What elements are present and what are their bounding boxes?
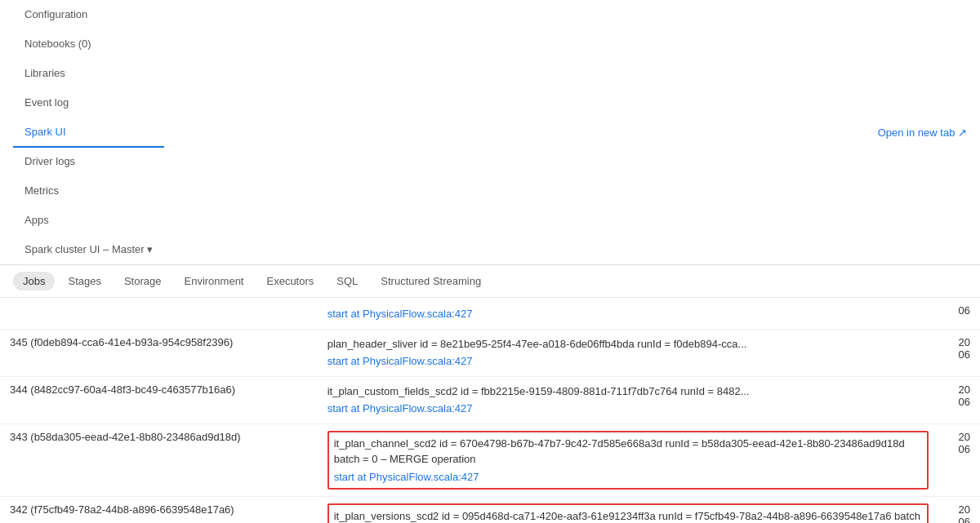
top-nav-tab-libraries[interactable]: Libraries (13, 59, 164, 89)
top-nav-tab-configuration[interactable]: Configuration (13, 0, 164, 30)
table-row: 344 (8482cc97-60a4-48f3-bc49-c463577b16a… (0, 376, 980, 423)
sub-nav: JobsStagesStorageEnvironmentExecutorsSQL… (0, 265, 980, 298)
sub-nav-item-sql[interactable]: SQL (327, 272, 368, 290)
desc-main: it_plan_channel_scd2 id = 670e4798-b67b-… (334, 437, 905, 466)
desc-main: plan_header_sliver id = 8e21be95-25f4-47… (327, 338, 747, 350)
date-cell: 20 06 (938, 376, 980, 423)
job-id-cell: 342 (f75cfb49-78a2-44b8-a896-6639548e17a… (0, 497, 318, 524)
jobs-table: start at PhysicalFlow.scala:427 06 345 (… (0, 298, 980, 523)
sub-nav-item-environment[interactable]: Environment (175, 272, 254, 290)
sub-nav-item-storage[interactable]: Storage (114, 272, 172, 290)
desc-link[interactable]: start at PhysicalFlow.scala:427 (327, 306, 929, 322)
top-nav: ConfigurationNotebooks (0)LibrariesEvent… (0, 0, 980, 265)
table-row: 342 (f75cfb49-78a2-44b8-a896-6639548e17a… (0, 497, 980, 524)
desc-cell: it_plan_versions_scd2 id = 095d468d-ca71… (318, 497, 939, 524)
desc-main: it_plan_versions_scd2 id = 095d468d-ca71… (334, 510, 920, 523)
desc-main: it_plan_custom_fields_scd2 id = fbb2215e… (327, 385, 750, 397)
job-id-cell: 343 (b58da305-eead-42e1-8b80-23486ad9d18… (0, 423, 318, 497)
desc-highlighted-wrapper: it_plan_versions_scd2 id = 095d468d-ca71… (327, 503, 929, 523)
top-nav-tab-sparkui[interactable]: Spark UI (13, 117, 164, 148)
top-nav-tab-eventlog[interactable]: Event log (13, 88, 164, 118)
top-nav-tabs: ConfigurationNotebooks (0)LibrariesEvent… (13, 0, 164, 264)
desc-cell: plan_header_sliver id = 8e21be95-25f4-47… (318, 329, 939, 376)
top-nav-tab-driverlogs[interactable]: Driver logs (13, 147, 164, 177)
open-new-tab-link[interactable]: Open in new tab ↗ (878, 118, 967, 147)
desc-highlighted-wrapper: it_plan_channel_scd2 id = 670e4798-b67b-… (327, 431, 929, 490)
desc-cell: it_plan_channel_scd2 id = 670e4798-b67b-… (318, 423, 939, 497)
table-row: 343 (b58da305-eead-42e1-8b80-23486ad9d18… (0, 423, 980, 497)
job-id-cell: 345 (f0deb894-cca6-41e4-b93a-954c958f239… (0, 329, 318, 376)
sub-nav-item-jobs[interactable]: Jobs (13, 272, 55, 290)
desc-link[interactable]: start at PhysicalFlow.scala:427 (334, 469, 923, 485)
sub-nav-item-structured-streaming[interactable]: Structured Streaming (371, 272, 491, 290)
date-cell: 20 06 (938, 497, 980, 524)
date-cell: 20 06 (938, 423, 980, 497)
jobs-table-container: start at PhysicalFlow.scala:427 06 345 (… (0, 298, 980, 523)
top-nav-tab-apps[interactable]: Apps (13, 206, 164, 236)
top-nav-tab-metrics[interactable]: Metrics (13, 176, 164, 206)
top-nav-tab-sparkcluster[interactable]: Spark cluster UI – Master ▾ (13, 235, 164, 265)
desc-cell: it_plan_custom_fields_scd2 id = fbb2215e… (318, 376, 939, 423)
table-row: start at PhysicalFlow.scala:427 06 (0, 298, 980, 329)
date-cell: 06 (938, 298, 980, 329)
desc-link[interactable]: start at PhysicalFlow.scala:427 (327, 401, 929, 417)
top-nav-right: Open in new tab ↗ (878, 118, 967, 147)
sub-nav-item-executors[interactable]: Executors (256, 272, 323, 290)
job-id-cell: 344 (8482cc97-60a4-48f3-bc49-c463577b16a… (0, 376, 318, 423)
date-cell: 20 06 (938, 329, 980, 376)
top-nav-tab-notebooks[interactable]: Notebooks (0) (13, 29, 164, 60)
desc-cell: start at PhysicalFlow.scala:427 (318, 298, 939, 329)
job-id-cell (0, 298, 318, 329)
sub-nav-item-stages[interactable]: Stages (58, 272, 110, 290)
desc-link[interactable]: start at PhysicalFlow.scala:427 (327, 353, 929, 370)
table-row: 345 (f0deb894-cca6-41e4-b93a-954c958f239… (0, 329, 980, 376)
